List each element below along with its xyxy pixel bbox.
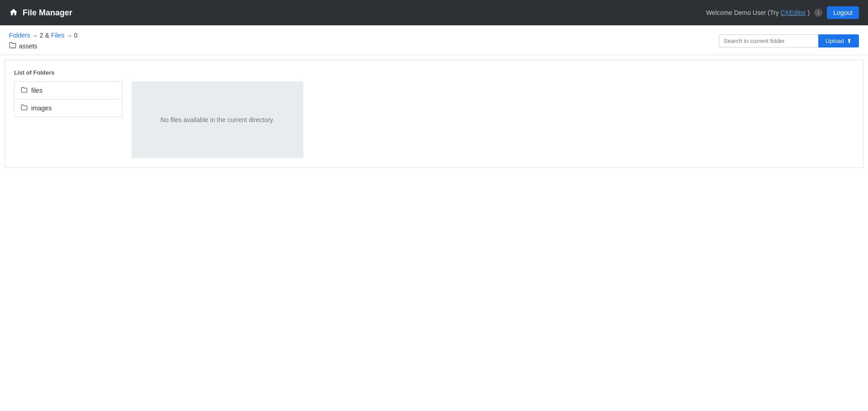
folder-item[interactable]: files	[14, 82, 122, 99]
upload-button[interactable]: Upload ⬆	[818, 34, 859, 47]
current-folder-row: assets	[9, 42, 77, 50]
breadcrumb-bar: Folders → 2 & Files → 0 assets Upload ⬆	[0, 25, 868, 55]
header: File Manager Welcome Demo User (Try CKEd…	[0, 0, 868, 25]
header-right: Welcome Demo User (Try CKEditor ) i Logo…	[706, 6, 859, 19]
files-count: 0	[74, 32, 77, 39]
folder-icon	[9, 42, 16, 50]
logout-button[interactable]: Logout	[827, 6, 859, 19]
folder-item-name: files	[31, 87, 42, 94]
current-folder-name: assets	[19, 43, 37, 50]
folders-count: 2	[40, 32, 43, 39]
no-files-message: No files available in the current direct…	[160, 116, 274, 123]
folder-icon	[21, 86, 28, 94]
search-upload-area: Upload ⬆	[719, 34, 859, 47]
upload-icon: ⬆	[847, 38, 852, 44]
files-arrow: →	[66, 32, 72, 39]
folder-icon	[21, 104, 28, 112]
folders-arrow: →	[32, 32, 38, 39]
ckeditor-link[interactable]: CKEditor	[781, 9, 806, 16]
content-area: files images No files available in the c…	[14, 81, 854, 158]
files-panel: No files available in the current direct…	[132, 81, 303, 158]
folders-label[interactable]: Folders	[9, 32, 30, 39]
home-icon	[9, 8, 18, 18]
folder-item[interactable]: images	[14, 99, 122, 117]
folder-list-heading: List of Folders	[14, 69, 854, 76]
info-icon[interactable]: i	[814, 9, 822, 17]
app-title: File Manager	[23, 8, 72, 18]
welcome-text: Welcome Demo User (Try CKEditor )	[706, 9, 810, 16]
header-left: File Manager	[9, 8, 72, 18]
breadcrumb-path: Folders → 2 & Files → 0	[9, 32, 77, 39]
folder-list: files images	[14, 81, 123, 117]
main-content: List of Folders files images No files av…	[5, 60, 863, 168]
breadcrumb-left: Folders → 2 & Files → 0 assets	[9, 32, 77, 50]
files-label[interactable]: Files	[51, 32, 65, 39]
search-input[interactable]	[719, 34, 818, 47]
folder-item-name: images	[31, 104, 52, 112]
